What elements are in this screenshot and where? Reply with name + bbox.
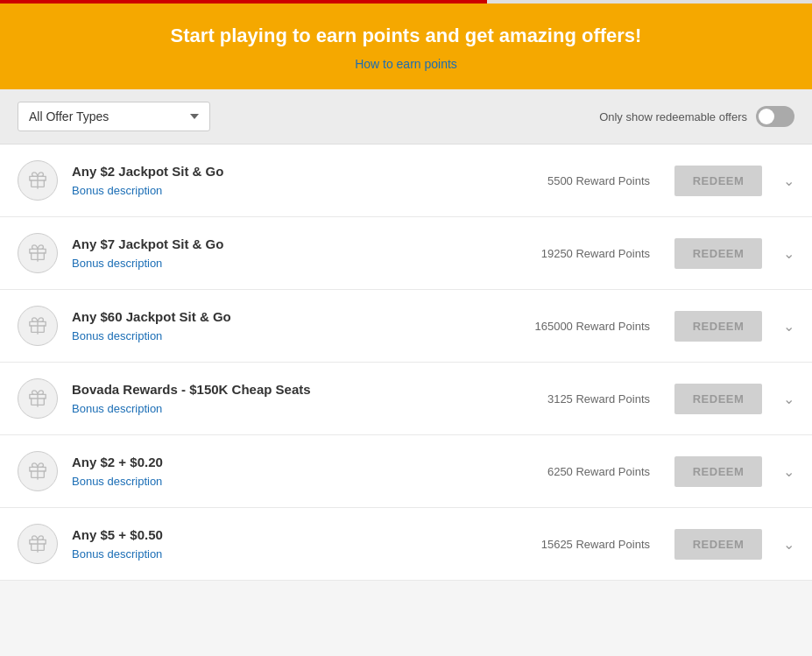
offer-bonus-link-3[interactable]: Bonus description [72, 329, 162, 342]
redeem-button-5[interactable]: REDEEM [674, 456, 762, 487]
offer-bonus-link-6[interactable]: Bonus description [72, 547, 162, 561]
chevron-down-icon-2[interactable]: ⌄ [783, 245, 794, 262]
offer-info-5: Any $2 + $0.20 Bonus description [72, 455, 513, 489]
offer-title-2: Any $7 Jackpot Sit & Go [72, 236, 513, 251]
chevron-down-icon-4[interactable]: ⌄ [783, 391, 794, 407]
offer-bonus-link-1[interactable]: Bonus description [72, 184, 162, 197]
offer-row-4: Bovada Rewards - $150K Cheap Seats Bonus… [0, 363, 812, 435]
redeem-button-6[interactable]: REDEEM [674, 529, 762, 560]
offer-row-3: Any $60 Jackpot Sit & Go Bonus descripti… [0, 290, 812, 363]
offer-info-1: Any $2 Jackpot Sit & Go Bonus descriptio… [72, 164, 513, 198]
toggle-slider [756, 106, 794, 127]
offer-row-1: Any $2 Jackpot Sit & Go Bonus descriptio… [0, 145, 812, 217]
filter-bar: All Offer Types Casino Poker Sports Only… [0, 89, 812, 145]
toggle-label: Only show redeemable offers [599, 110, 747, 123]
redeem-button-3[interactable]: REDEEM [674, 311, 762, 342]
offer-icon-2 [18, 233, 58, 273]
offer-title-4: Bovada Rewards - $150K Cheap Seats [72, 382, 513, 397]
offer-icon-6 [18, 524, 58, 564]
offer-points-5: 6250 Reward Points [527, 465, 650, 478]
offer-info-4: Bovada Rewards - $150K Cheap Seats Bonus… [72, 382, 513, 416]
offer-icon-1 [18, 160, 58, 201]
hero-title: Start playing to earn points and get ama… [18, 25, 794, 47]
offer-type-dropdown[interactable]: All Offer Types Casino Poker Sports [18, 102, 210, 131]
filter-right: Only show redeemable offers [599, 106, 794, 127]
offer-row-5: Any $2 + $0.20 Bonus description 6250 Re… [0, 435, 812, 508]
offer-title-1: Any $2 Jackpot Sit & Go [72, 164, 513, 179]
offer-bonus-link-5[interactable]: Bonus description [72, 475, 162, 488]
redeem-button-1[interactable]: REDEEM [674, 166, 762, 196]
redeem-button-4[interactable]: REDEEM [674, 384, 762, 414]
offer-type-dropdown-wrapper[interactable]: All Offer Types Casino Poker Sports [18, 102, 210, 131]
offer-row-6: Any $5 + $0.50 Bonus description 15625 R… [0, 508, 812, 581]
offer-bonus-link-4[interactable]: Bonus description [72, 402, 162, 415]
offer-title-5: Any $2 + $0.20 [72, 455, 513, 469]
offer-icon-5 [18, 451, 58, 491]
chevron-down-icon-1[interactable]: ⌄ [783, 173, 794, 189]
offer-info-3: Any $60 Jackpot Sit & Go Bonus descripti… [72, 309, 513, 343]
offer-bonus-link-2[interactable]: Bonus description [72, 257, 162, 270]
offer-points-3: 165000 Reward Points [527, 320, 650, 333]
offer-icon-3 [18, 306, 58, 346]
offer-info-2: Any $7 Jackpot Sit & Go Bonus descriptio… [72, 236, 513, 271]
chevron-down-icon-6[interactable]: ⌄ [783, 536, 794, 553]
offer-points-1: 5500 Reward Points [527, 174, 650, 187]
offer-title-3: Any $60 Jackpot Sit & Go [72, 309, 513, 324]
chevron-down-icon-3[interactable]: ⌄ [783, 318, 794, 335]
offer-title-6: Any $5 + $0.50 [72, 527, 513, 542]
hero-banner: Start playing to earn points and get ama… [0, 4, 812, 89]
chevron-down-icon-5[interactable]: ⌄ [783, 463, 794, 480]
offer-icon-4 [18, 378, 58, 419]
redeem-button-2[interactable]: REDEEM [674, 238, 762, 269]
how-to-earn-link[interactable]: How to earn points [355, 57, 457, 71]
offer-row-2: Any $7 Jackpot Sit & Go Bonus descriptio… [0, 217, 812, 290]
offer-points-2: 19250 Reward Points [527, 247, 650, 260]
offer-info-6: Any $5 + $0.50 Bonus description [72, 527, 513, 561]
offer-points-6: 15625 Reward Points [527, 538, 650, 551]
offers-list: Any $2 Jackpot Sit & Go Bonus descriptio… [0, 145, 812, 581]
redeemable-toggle[interactable] [756, 106, 794, 127]
offer-points-4: 3125 Reward Points [527, 392, 650, 406]
